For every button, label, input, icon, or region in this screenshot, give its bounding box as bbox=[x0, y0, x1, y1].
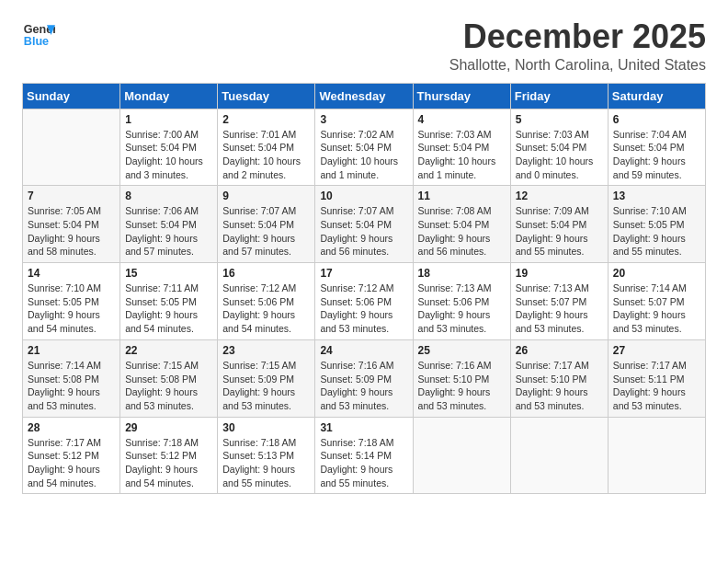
day-cell: 9Sunrise: 7:07 AM Sunset: 5:04 PM Daylig… bbox=[218, 186, 315, 263]
calendar-title: December 2025 bbox=[449, 18, 706, 55]
day-cell: 18Sunrise: 7:13 AM Sunset: 5:06 PM Dayli… bbox=[413, 263, 510, 340]
day-info: Sunrise: 7:04 AM Sunset: 5:04 PM Dayligh… bbox=[613, 128, 700, 182]
day-info: Sunrise: 7:12 AM Sunset: 5:06 PM Dayligh… bbox=[222, 282, 310, 336]
day-info: Sunrise: 7:00 AM Sunset: 5:04 PM Dayligh… bbox=[125, 128, 212, 182]
day-cell: 3Sunrise: 7:02 AM Sunset: 5:04 PM Daylig… bbox=[315, 109, 413, 186]
day-cell: 4Sunrise: 7:03 AM Sunset: 5:04 PM Daylig… bbox=[413, 109, 510, 186]
day-info: Sunrise: 7:07 AM Sunset: 5:04 PM Dayligh… bbox=[222, 204, 310, 259]
day-number: 8 bbox=[125, 190, 212, 202]
header-cell-wednesday: Wednesday bbox=[315, 83, 413, 109]
week-row-2: 7Sunrise: 7:05 AM Sunset: 5:04 PM Daylig… bbox=[23, 186, 706, 263]
day-number: 29 bbox=[125, 421, 212, 434]
day-cell: 27Sunrise: 7:17 AM Sunset: 5:11 PM Dayli… bbox=[608, 339, 705, 417]
day-info: Sunrise: 7:17 AM Sunset: 5:12 PM Dayligh… bbox=[28, 436, 115, 490]
day-number: 20 bbox=[613, 267, 700, 280]
day-number: 13 bbox=[613, 190, 700, 202]
day-cell: 5Sunrise: 7:03 AM Sunset: 5:04 PM Daylig… bbox=[510, 109, 608, 186]
day-cell: 23Sunrise: 7:15 AM Sunset: 5:09 PM Dayli… bbox=[218, 339, 315, 417]
day-number: 15 bbox=[125, 267, 212, 280]
day-info: Sunrise: 7:03 AM Sunset: 5:04 PM Dayligh… bbox=[516, 128, 603, 182]
header-cell-friday: Friday bbox=[510, 83, 608, 109]
day-number: 16 bbox=[222, 267, 310, 280]
day-info: Sunrise: 7:01 AM Sunset: 5:04 PM Dayligh… bbox=[222, 128, 310, 182]
header-cell-monday: Monday bbox=[120, 83, 218, 109]
day-cell: 22Sunrise: 7:15 AM Sunset: 5:08 PM Dayli… bbox=[120, 339, 218, 417]
day-number: 24 bbox=[320, 344, 407, 357]
week-row-5: 28Sunrise: 7:17 AM Sunset: 5:12 PM Dayli… bbox=[23, 417, 706, 494]
day-number: 21 bbox=[28, 344, 115, 357]
day-info: Sunrise: 7:06 AM Sunset: 5:04 PM Dayligh… bbox=[125, 204, 212, 259]
day-info: Sunrise: 7:10 AM Sunset: 5:05 PM Dayligh… bbox=[613, 204, 700, 259]
day-info: Sunrise: 7:03 AM Sunset: 5:04 PM Dayligh… bbox=[418, 128, 506, 182]
day-cell: 29Sunrise: 7:18 AM Sunset: 5:12 PM Dayli… bbox=[120, 417, 218, 494]
week-row-4: 21Sunrise: 7:14 AM Sunset: 5:08 PM Dayli… bbox=[23, 339, 706, 417]
day-info: Sunrise: 7:14 AM Sunset: 5:08 PM Dayligh… bbox=[28, 359, 115, 413]
day-number: 26 bbox=[516, 344, 603, 357]
day-cell: 6Sunrise: 7:04 AM Sunset: 5:04 PM Daylig… bbox=[608, 109, 705, 186]
day-cell: 8Sunrise: 7:06 AM Sunset: 5:04 PM Daylig… bbox=[120, 186, 218, 263]
day-info: Sunrise: 7:07 AM Sunset: 5:04 PM Dayligh… bbox=[320, 204, 407, 259]
day-number: 25 bbox=[418, 344, 506, 357]
day-number: 23 bbox=[222, 344, 310, 357]
day-number: 4 bbox=[418, 113, 506, 126]
day-cell: 20Sunrise: 7:14 AM Sunset: 5:07 PM Dayli… bbox=[608, 263, 705, 340]
calendar-subtitle: Shallotte, North Carolina, United States bbox=[449, 57, 706, 74]
day-cell: 17Sunrise: 7:12 AM Sunset: 5:06 PM Dayli… bbox=[315, 263, 413, 340]
day-number: 9 bbox=[222, 190, 310, 202]
day-number: 31 bbox=[320, 421, 407, 434]
header-cell-saturday: Saturday bbox=[608, 83, 705, 109]
week-row-1: 1Sunrise: 7:00 AM Sunset: 5:04 PM Daylig… bbox=[23, 109, 706, 186]
day-info: Sunrise: 7:02 AM Sunset: 5:04 PM Dayligh… bbox=[320, 128, 407, 182]
day-cell: 28Sunrise: 7:17 AM Sunset: 5:12 PM Dayli… bbox=[23, 417, 120, 494]
day-cell: 10Sunrise: 7:07 AM Sunset: 5:04 PM Dayli… bbox=[315, 186, 413, 263]
header-cell-thursday: Thursday bbox=[413, 83, 510, 109]
day-info: Sunrise: 7:16 AM Sunset: 5:09 PM Dayligh… bbox=[320, 359, 407, 413]
day-cell: 13Sunrise: 7:10 AM Sunset: 5:05 PM Dayli… bbox=[608, 186, 705, 263]
day-cell: 11Sunrise: 7:08 AM Sunset: 5:04 PM Dayli… bbox=[413, 186, 510, 263]
day-info: Sunrise: 7:18 AM Sunset: 5:13 PM Dayligh… bbox=[222, 436, 310, 490]
day-cell: 16Sunrise: 7:12 AM Sunset: 5:06 PM Dayli… bbox=[218, 263, 315, 340]
day-cell bbox=[23, 109, 120, 186]
calendar-table: SundayMondayTuesdayWednesdayThursdayFrid… bbox=[22, 83, 706, 495]
day-info: Sunrise: 7:17 AM Sunset: 5:11 PM Dayligh… bbox=[613, 359, 700, 413]
logo: General Blue bbox=[22, 18, 55, 52]
header-cell-tuesday: Tuesday bbox=[218, 83, 315, 109]
day-cell: 1Sunrise: 7:00 AM Sunset: 5:04 PM Daylig… bbox=[120, 109, 218, 186]
day-info: Sunrise: 7:05 AM Sunset: 5:04 PM Dayligh… bbox=[28, 204, 115, 259]
day-number: 11 bbox=[418, 190, 506, 202]
day-info: Sunrise: 7:17 AM Sunset: 5:10 PM Dayligh… bbox=[516, 359, 603, 413]
day-cell: 24Sunrise: 7:16 AM Sunset: 5:09 PM Dayli… bbox=[315, 339, 413, 417]
logo-icon: General Blue bbox=[22, 18, 55, 52]
day-info: Sunrise: 7:08 AM Sunset: 5:04 PM Dayligh… bbox=[418, 204, 506, 259]
day-cell: 21Sunrise: 7:14 AM Sunset: 5:08 PM Dayli… bbox=[23, 339, 120, 417]
day-info: Sunrise: 7:12 AM Sunset: 5:06 PM Dayligh… bbox=[320, 282, 407, 336]
day-number: 14 bbox=[28, 267, 115, 280]
day-number: 2 bbox=[222, 113, 310, 126]
header-cell-sunday: Sunday bbox=[23, 83, 120, 109]
day-cell bbox=[510, 417, 608, 494]
day-number: 19 bbox=[516, 267, 603, 280]
day-cell: 15Sunrise: 7:11 AM Sunset: 5:05 PM Dayli… bbox=[120, 263, 218, 340]
day-number: 3 bbox=[320, 113, 407, 126]
day-cell: 14Sunrise: 7:10 AM Sunset: 5:05 PM Dayli… bbox=[23, 263, 120, 340]
title-block: December 2025 Shallotte, North Carolina,… bbox=[449, 18, 706, 74]
day-cell bbox=[608, 417, 705, 494]
day-info: Sunrise: 7:18 AM Sunset: 5:14 PM Dayligh… bbox=[320, 436, 407, 490]
day-info: Sunrise: 7:13 AM Sunset: 5:07 PM Dayligh… bbox=[516, 282, 603, 336]
day-cell: 26Sunrise: 7:17 AM Sunset: 5:10 PM Dayli… bbox=[510, 339, 608, 417]
day-cell: 31Sunrise: 7:18 AM Sunset: 5:14 PM Dayli… bbox=[315, 417, 413, 494]
day-info: Sunrise: 7:13 AM Sunset: 5:06 PM Dayligh… bbox=[418, 282, 506, 336]
day-cell: 7Sunrise: 7:05 AM Sunset: 5:04 PM Daylig… bbox=[23, 186, 120, 263]
page-header: General Blue December 2025 Shallotte, No… bbox=[22, 18, 706, 74]
day-cell: 25Sunrise: 7:16 AM Sunset: 5:10 PM Dayli… bbox=[413, 339, 510, 417]
svg-text:Blue: Blue bbox=[24, 35, 49, 48]
day-cell: 30Sunrise: 7:18 AM Sunset: 5:13 PM Dayli… bbox=[218, 417, 315, 494]
day-number: 6 bbox=[613, 113, 700, 126]
day-number: 1 bbox=[125, 113, 212, 126]
day-info: Sunrise: 7:15 AM Sunset: 5:09 PM Dayligh… bbox=[222, 359, 310, 413]
day-info: Sunrise: 7:16 AM Sunset: 5:10 PM Dayligh… bbox=[418, 359, 506, 413]
day-cell bbox=[413, 417, 510, 494]
day-number: 7 bbox=[28, 190, 115, 202]
day-info: Sunrise: 7:14 AM Sunset: 5:07 PM Dayligh… bbox=[613, 282, 700, 336]
day-number: 5 bbox=[516, 113, 603, 126]
